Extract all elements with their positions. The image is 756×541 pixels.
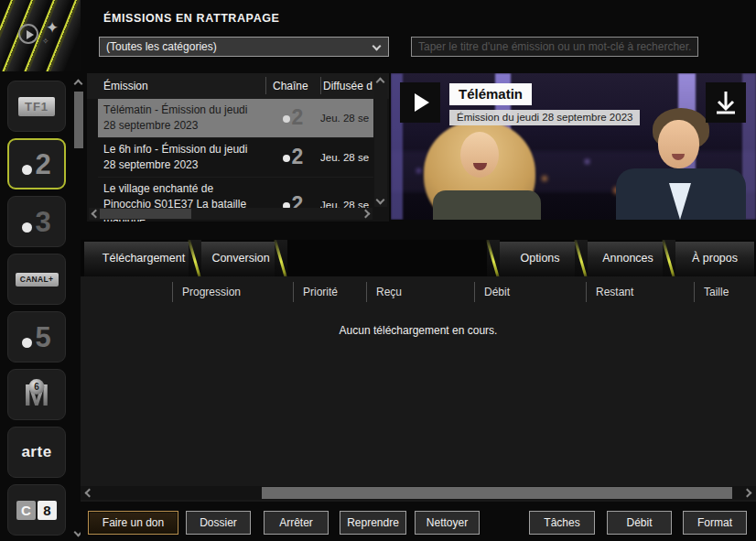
taches-button[interactable]: Tâches [529, 511, 595, 535]
emission-list-header: Émission Chaîne Diffusée d [87, 73, 389, 99]
scroll-left-icon[interactable] [85, 489, 94, 498]
tab-separator-slash [275, 240, 287, 276]
france2-logo: 2 [35, 150, 50, 179]
tf1-logo: TF1 [18, 97, 55, 116]
column-emission[interactable]: Émission [103, 80, 148, 92]
france3-logo: 3 [35, 208, 50, 236]
arte-logo: arte [21, 443, 51, 461]
scrollbar-thumb[interactable] [100, 209, 191, 219]
france-dot-icon [22, 222, 32, 233]
c8-logo: C 8 [16, 501, 57, 520]
person-silhouette-left [416, 121, 554, 220]
channel-button-canalplus[interactable]: CANAL+ [7, 254, 66, 305]
preview-subtitle: Émission du jeudi 28 septembre 2023 [449, 110, 640, 125]
page-title: ÉMISSIONS EN RATTRAPAGE [103, 12, 280, 25]
column-chaine[interactable]: Chaîne [273, 80, 308, 92]
download-button[interactable] [706, 82, 746, 123]
category-dropdown[interactable]: (Toutes les catégories) [99, 37, 389, 57]
column-recu[interactable]: Reçu [366, 282, 474, 302]
tab-separator-slash [575, 240, 588, 276]
france2-mini-logo: 2 [265, 144, 320, 171]
tab-conversion[interactable]: Conversion [201, 242, 280, 276]
scroll-right-icon[interactable] [362, 210, 371, 219]
emission-list-horizontal-scrollbar[interactable] [89, 208, 373, 220]
format-button[interactable]: Format [683, 511, 747, 535]
channel-button-m6[interactable]: M 6 [7, 369, 66, 420]
scroll-down-icon[interactable] [376, 196, 385, 205]
scroll-left-icon[interactable] [92, 210, 101, 219]
app-window: ✦ ✧ ÉMISSIONS EN RATTRAPAGE (Toutes les … [0, 0, 756, 541]
play-button[interactable] [400, 82, 440, 123]
debit-button[interactable]: Débit [607, 511, 672, 535]
column-divider [320, 77, 321, 94]
channel-button-tf1[interactable]: TF1 [7, 81, 66, 132]
downloads-table-header: Progression Priorité Reçu Débit Restant … [81, 276, 756, 308]
tab-annonces[interactable]: Annonces [588, 242, 668, 276]
tab-separator-slash [189, 240, 201, 276]
france5-logo: 5 [35, 323, 50, 352]
nettoyer-button[interactable]: Nettoyer [415, 511, 480, 535]
emission-row-telematin[interactable]: Télématin - Émission du jeudi 28 septemb… [98, 99, 373, 137]
tab-a-propos[interactable]: À propos [675, 242, 754, 276]
downloads-horizontal-scrollbar[interactable] [81, 486, 756, 500]
m6-logo: M 6 [18, 376, 55, 413]
canalplus-logo: CANAL+ [16, 273, 59, 287]
reprendre-button[interactable]: Reprendre [340, 511, 406, 535]
france2-mini-logo: 2 [265, 104, 320, 132]
tab-telechargement[interactable]: Téléchargement [84, 242, 203, 276]
channel-button-c8[interactable]: C 8 [7, 484, 66, 536]
scroll-right-icon[interactable] [743, 489, 752, 498]
column-debit[interactable]: Débit [474, 282, 586, 302]
column-restant[interactable]: Restant [586, 282, 694, 302]
video-preview[interactable]: Télématin Émission du jeudi 28 septembre… [391, 73, 756, 220]
star-icon: ✦ [46, 18, 59, 38]
scroll-up-icon[interactable] [74, 80, 83, 89]
tab-separator-slash [487, 240, 500, 276]
emission-list: Émission Chaîne Diffusée d Télématin - É… [87, 73, 389, 222]
tab-separator-slash [663, 240, 675, 276]
download-icon [706, 82, 746, 123]
column-spacer [81, 276, 172, 308]
sparkle-icon: ✧ [42, 37, 49, 46]
chevron-down-icon [373, 42, 382, 51]
column-progression[interactable]: Progression [172, 282, 293, 302]
france-dot-icon [22, 165, 32, 175]
scroll-up-icon[interactable] [376, 78, 385, 87]
column-diffusee[interactable]: Diffusée d [323, 80, 373, 92]
dossier-button[interactable]: Dossier [186, 511, 251, 535]
downloads-panel: Progression Priorité Reçu Débit Restant … [81, 276, 756, 502]
emission-row-6hinfo[interactable]: Le 6h info - Émission du jeudi 28 septem… [98, 137, 373, 177]
tab-bar: Téléchargement Conversion Options Annonc… [81, 240, 756, 276]
search-input[interactable] [411, 37, 698, 57]
play-circle-icon [18, 24, 38, 44]
category-dropdown-value: (Toutes les catégories) [106, 40, 217, 53]
emission-list-vertical-scrollbar[interactable] [374, 75, 387, 207]
column-divider [265, 77, 266, 94]
empty-downloads-message: Aucun téléchargement en cours. [81, 324, 756, 337]
france-dot-icon [22, 338, 32, 348]
column-priorite[interactable]: Priorité [293, 282, 366, 302]
donate-button[interactable]: Faire un don [88, 511, 178, 535]
channel-button-france3[interactable]: 3 [7, 196, 66, 247]
tab-options[interactable]: Options [500, 242, 580, 276]
actions-bar: Faire un don Dossier Arrêter Reprendre N… [81, 505, 756, 541]
channel-button-arte[interactable]: arte [7, 427, 66, 478]
preview-title: Télématin [449, 83, 532, 105]
app-logo: ✦ ✧ [0, 0, 81, 71]
sidebar-scrollbar-thumb[interactable] [74, 92, 83, 148]
scrollbar-thumb[interactable] [262, 487, 732, 499]
channel-button-france2[interactable]: 2 [7, 138, 66, 189]
channel-button-france5[interactable]: 5 [7, 311, 66, 362]
channel-sidebar: TF1 2 3 CANAL+ 5 M 6 arte C [7, 81, 66, 541]
column-taille[interactable]: Taille [694, 282, 756, 302]
arreter-button[interactable]: Arrêter [264, 511, 329, 535]
